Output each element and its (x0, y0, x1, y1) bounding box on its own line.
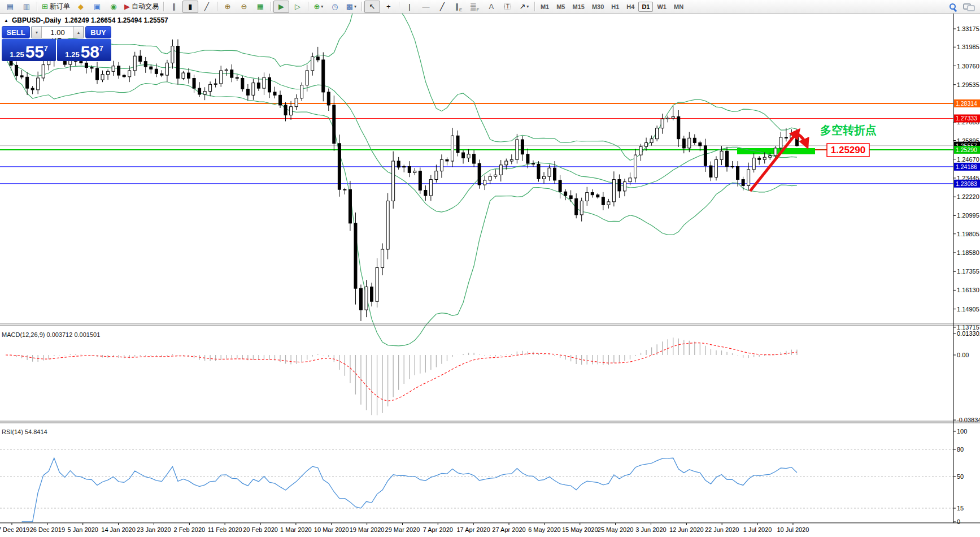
vertical-line-button[interactable]: | (402, 1, 417, 13)
mailbox-button[interactable]: ▣ (89, 1, 105, 13)
timeframe-mn[interactable]: MN (670, 2, 687, 12)
equidistant-channel-button[interactable]: ∥E (451, 1, 467, 13)
cursor-button[interactable]: ↖ (364, 1, 380, 13)
toolbar-separator (217, 2, 217, 11)
candle-body (117, 66, 120, 75)
sell-button[interactable]: SELL (2, 26, 30, 38)
date-label: 2 Feb 2020 (173, 526, 205, 533)
candle-body (354, 223, 357, 288)
community-chat-icon[interactable] (963, 2, 974, 11)
candle-body (688, 138, 691, 148)
candle-body (537, 164, 540, 179)
volume-up-button[interactable]: ▴ (73, 27, 84, 38)
candle-body (37, 78, 40, 90)
timeframe-m15[interactable]: M15 (569, 2, 587, 12)
timeframe-m30[interactable]: M30 (589, 2, 607, 12)
fibonacci-icon: ▒ (471, 3, 476, 10)
tile-windows-button[interactable]: ▦ (252, 1, 268, 13)
chevron-down-icon: ▾ (354, 4, 356, 9)
bar-chart-button[interactable]: ∥ (166, 1, 182, 13)
candle-body (795, 135, 798, 146)
up-arrow[interactable] (750, 132, 798, 191)
candle-body (618, 180, 621, 191)
news-button[interactable]: ◉ (106, 1, 121, 13)
new-order-button[interactable]: ⊞新订单 (40, 1, 72, 13)
candle-body (429, 180, 432, 196)
candle-body (484, 180, 486, 185)
candle-body (80, 62, 82, 63)
fibonacci-button[interactable]: ▒F (467, 1, 483, 13)
autotrading-icon: ▶ (124, 3, 130, 10)
time-axis[interactable]: 17 Dec 201926 Dec 20195 Jan 202014 Jan 2… (0, 523, 809, 533)
timeframe-m1[interactable]: M1 (537, 2, 552, 12)
horizontal-line-icon: — (422, 3, 429, 10)
collapse-icon[interactable]: ▲ (4, 18, 8, 23)
candle-body (645, 142, 648, 146)
toolbar-separator (361, 2, 362, 11)
macd-histogram (6, 337, 797, 415)
autotrading-button[interactable]: ▶自动交易 (122, 1, 161, 13)
candlestick-chart-icon: ▮ (188, 3, 192, 10)
templates-button[interactable]: ▩▾ (343, 1, 359, 13)
indicators-button[interactable]: ⊕▾ (311, 1, 326, 13)
chart-plot[interactable]: 多空转折点1.252901.331751.319851.307601.29535… (0, 14, 980, 537)
zoom-out-button[interactable]: ⊖ (236, 1, 252, 13)
line-chart-button[interactable]: ╱ (199, 1, 215, 13)
equidistant-channel-sub-label: E (459, 7, 462, 12)
vertical-line-icon: | (408, 3, 410, 10)
svg-text:1.16130: 1.16130 (957, 287, 979, 293)
volume-input[interactable] (42, 27, 73, 38)
candle-body (188, 73, 190, 78)
auto-scroll-button[interactable]: ▶ (273, 1, 289, 13)
svg-text:1.20995: 1.20995 (957, 212, 979, 219)
turning-point-label[interactable]: 多空转折点 (820, 124, 877, 136)
autotrading-label: 自动交易 (132, 2, 159, 11)
arrows-button[interactable]: ↗▾ (516, 1, 532, 13)
candle-body (386, 201, 389, 249)
toolbar-separator (37, 2, 37, 11)
timeframe-h4[interactable]: H4 (623, 2, 638, 12)
candle-body (236, 77, 238, 78)
timeframe-d1[interactable]: D1 (638, 2, 653, 12)
indicators-icon: ⊕ (313, 3, 320, 10)
periods-button[interactable]: ◷ (327, 1, 343, 13)
chart-shift-button[interactable]: ▷ (290, 1, 306, 13)
timeframe-h1[interactable]: H1 (608, 2, 622, 12)
candle-body (752, 158, 755, 170)
crosshair-button[interactable]: + (381, 1, 397, 13)
candle-body (473, 154, 476, 163)
date-label: 27 Apr 2020 (492, 526, 525, 533)
trendline-button[interactable]: ╱ (434, 1, 450, 13)
sell-price[interactable]: 1.25557 (2, 39, 56, 61)
zoom-in-button[interactable]: ⊕ (220, 1, 236, 13)
date-label: 7 Apr 2020 (423, 526, 453, 533)
buy-button[interactable]: BUY (85, 26, 111, 38)
date-label: 6 May 2020 (528, 526, 560, 533)
toolbar-separator (163, 2, 164, 11)
candle-body (554, 168, 556, 180)
macd-axis-tick: 0.013301 (957, 330, 980, 337)
candle-body (230, 70, 233, 78)
text-button[interactable]: A (484, 1, 499, 13)
candle-body (629, 178, 631, 182)
chart-container[interactable]: 多空转折点1.252901.331751.319851.307601.29535… (0, 14, 980, 537)
horizontal-line-button[interactable]: — (418, 1, 434, 13)
candle-body (779, 137, 782, 148)
buy-price[interactable]: 1.25587 (57, 39, 111, 61)
candle-body (435, 171, 438, 180)
alerts-button[interactable]: ◆ (73, 1, 89, 13)
search-icon[interactable] (948, 2, 957, 11)
candle-body (726, 151, 729, 166)
candle-body (526, 154, 529, 163)
candle-body (612, 180, 615, 202)
data-window-button[interactable]: ▥ (19, 1, 34, 13)
text-label-button[interactable]: T (500, 1, 516, 13)
timeframe-w1[interactable]: W1 (654, 2, 670, 12)
volume-down-button[interactable]: ▾ (32, 27, 42, 38)
mt4-window: ▤▥⊞新订单◆▣◉▶自动交易∥▮╱⊕⊖▦▶▷⊕▾◷▩▾↖+|—╱∥E▒FAT↗▾… (0, 0, 980, 537)
market-watch-button[interactable]: ▤ (2, 1, 18, 13)
timeframe-m5[interactable]: M5 (553, 2, 568, 12)
candle-body (171, 46, 174, 63)
candlestick-chart-button[interactable]: ▮ (182, 1, 198, 13)
price-axis[interactable]: 1.331751.319851.307601.295351.270851.258… (953, 25, 979, 331)
